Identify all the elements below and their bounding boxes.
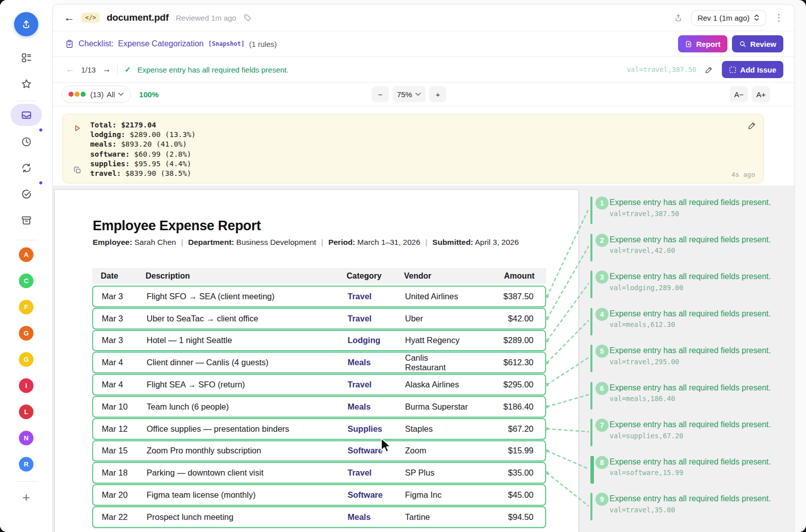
avatar[interactable]: I [19,378,34,393]
expense-row[interactable]: Mar 3 Hotel — 1 night Seattle Lodging Hy… [92,330,546,352]
font-increase-button[interactable]: A+ [752,86,770,102]
annotation-number-badge: 2 [595,234,609,247]
annotation-bar [590,419,592,446]
cell-date: Mar 4 [102,358,147,367]
console-output: Total: $2179.04 lodging: $289.00 (13.3%)… [62,114,764,183]
cell-date: Mar 4 [102,380,147,389]
annotation-item[interactable]: 8 Expense entry has all required fields … [590,455,792,484]
console-lines: Total: $2179.04 lodging: $289.00 (13.3%)… [90,120,196,178]
zoom-in-button[interactable]: + [429,86,446,102]
cell-amount: $186.40 [471,402,533,412]
annotation-item[interactable]: 3 Expense entry has all required fields … [590,270,792,298]
next-rule-button[interactable]: → [102,64,111,75]
edit-pencil-icon[interactable] [748,121,757,130]
avatar[interactable]: R [19,457,34,472]
more-menu-icon[interactable]: ⋮ [774,12,783,23]
check-circle-icon [21,188,32,200]
upload-icon [20,18,32,30]
annotation-bar [590,196,592,224]
avatar[interactable]: G [19,326,34,341]
add-issue-button[interactable]: Add Issue [722,61,783,78]
expense-row[interactable]: Mar 22 Prospect lunch meeting Meals Tart… [92,506,546,528]
annotation-bar [590,493,592,520]
expense-row[interactable]: Mar 12 Office supplies — presentation bi… [92,418,546,440]
avatar[interactable]: A [19,247,34,262]
expense-row[interactable]: Mar 20 Figma team license (monthly) Soft… [92,484,546,506]
sidebar-item-dashboard[interactable] [16,47,37,68]
cell-category: Meals [348,358,405,367]
avatar[interactable]: L [19,405,34,419]
zoom-level-dropdown[interactable]: 75% [392,86,426,102]
annotation-item[interactable]: 7 Expense entry has all required fields … [590,418,792,446]
revision-label: Rev 1 (1m ago) [698,14,750,22]
cell-description: Flight SFO → SEA (client meeting) [147,292,348,301]
annotation-item[interactable]: 9 Expense entry has all required fields … [590,492,792,520]
sidebar-item-checks[interactable] [16,183,37,205]
annotation-bar [590,234,592,261]
annotation-number-badge: 7 [595,419,609,432]
sidebar-item-archive[interactable] [16,210,37,231]
share-icon[interactable] [674,13,683,23]
annotation-item[interactable]: 2 Expense entry has all required fields … [590,233,792,261]
annotation-text: Expense entry has all required fields pr… [610,234,776,256]
edit-pencil-icon[interactable] [705,65,713,74]
avatar[interactable]: F [19,300,34,314]
cell-date: Mar 20 [102,490,147,500]
expense-row[interactable]: Mar 4 Client dinner — Canlis (4 guests) … [92,352,546,373]
copy-icon[interactable] [74,166,82,174]
add-workspace-button[interactable]: + [22,490,30,505]
annotation-text: Expense entry has all required fields pr… [610,345,776,367]
sidebar-item-history[interactable] [16,131,37,152]
annotation-item[interactable]: 4 Expense entry has all required fields … [590,307,792,336]
issue-filter-dropdown[interactable]: (13) All [61,86,131,103]
rule-pass-icon: ✓ [124,65,131,74]
annotation-text: Expense entry has all required fields pr… [610,419,776,441]
checklist-label: Checklist: [79,39,113,48]
zoom-out-button[interactable]: − [372,86,389,102]
add-issue-label: Add Issue [740,65,776,74]
sidebar-item-favorites[interactable] [16,73,37,94]
review-button[interactable]: Review [732,35,783,52]
annotation-item[interactable]: 1 Expense entry has all required fields … [590,196,792,224]
upload-button[interactable] [14,12,38,36]
annotation-item[interactable]: 5 Expense entry has all required fields … [590,344,792,372]
expense-row[interactable]: Mar 15 Zoom Pro monthly subscription Sof… [92,440,546,462]
report-button[interactable]: Report [678,35,727,52]
toolbar: (13) All 100% − 75% [53,83,794,106]
expense-rows: Mar 3 Flight SFO → SEA (client meeting) … [92,286,546,528]
expense-row[interactable]: Mar 18 Parking — downtown client visit T… [92,462,546,484]
cell-category: Lodging [348,336,405,345]
sidebar-divider [15,101,37,101]
annotation-bar [590,456,594,484]
clipboard-icon [65,39,74,48]
back-button[interactable]: ← [64,12,75,24]
avatar[interactable]: G [19,352,34,367]
checklist-name[interactable]: Expense Categorization [118,39,204,48]
prev-rule-button[interactable]: ← [66,64,75,75]
revision-dropdown[interactable]: Rev 1 (1m ago) [691,10,766,26]
chevron-down-icon [415,92,421,96]
archive-icon [21,215,32,226]
annotation-item[interactable]: 6 Expense entry has all required fields … [590,381,792,410]
expense-row[interactable]: Mar 3 Flight SFO → SEA (client meeting) … [92,286,546,307]
annotation-bar [590,308,592,336]
annotation-value: val=lodging,289.00 [610,284,683,292]
expense-row[interactable]: Mar 10 Team lunch (6 people) Meals Burma… [92,396,546,418]
cell-vendor: Zoom [405,446,471,455]
sidebar-item-sync[interactable] [16,157,37,178]
expense-row[interactable]: Mar 3 Uber to SeaTac → client office Tra… [92,308,546,329]
expense-row[interactable]: Mar 4 Flight SEA → SFO (return) Travel A… [92,374,546,395]
sidebar-divider [15,481,37,482]
divider [117,64,118,75]
avatar[interactable]: N [19,431,34,445]
rule-value: val=travel,387.50 [627,65,696,74]
avatar[interactable]: C [19,274,34,288]
annotation-number-badge: 4 [595,308,609,321]
run-icon[interactable] [73,124,82,132]
annotation-number-badge: 6 [595,382,609,395]
sidebar-item-inbox[interactable] [11,104,42,126]
tag-icon[interactable] [243,14,252,22]
cell-date: Mar 3 [102,314,147,323]
cell-description: Uber to SeaTac → client office [147,314,348,323]
font-decrease-button[interactable]: A− [729,86,748,102]
